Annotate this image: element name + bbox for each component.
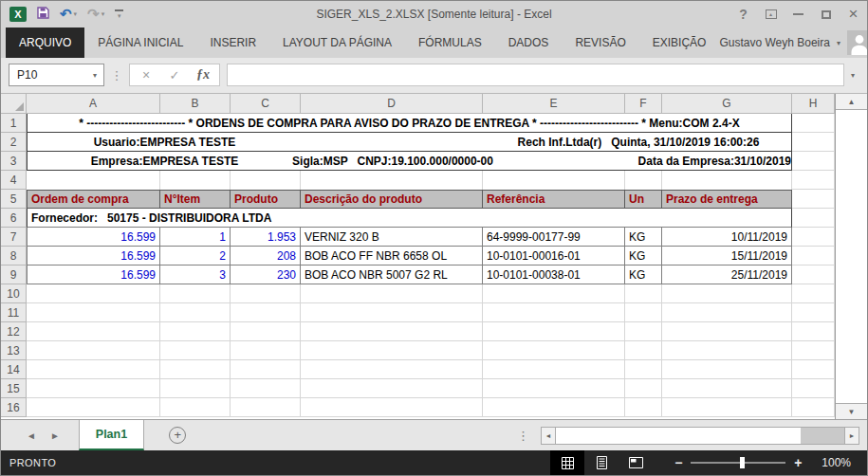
cell-A8[interactable]: 16.599 (27, 247, 160, 265)
cell-H2[interactable] (792, 133, 835, 152)
cell-E4[interactable] (483, 171, 625, 190)
row-header-5[interactable]: 5 (1, 190, 27, 209)
row-header-3[interactable]: 3 (1, 152, 27, 171)
tab-inserir[interactable]: INSERIR (196, 27, 269, 58)
cell-D13[interactable] (301, 341, 483, 360)
scroll-down-icon[interactable]: ▼ (836, 404, 867, 419)
cell-E8[interactable]: 10-0101-00016-01 (483, 247, 625, 265)
row-header-8[interactable]: 8 (1, 247, 27, 265)
user-account-area[interactable]: Gustavo Weyh Boeira ▾ (719, 27, 868, 58)
column-header-C[interactable]: C (231, 94, 301, 114)
cell-A10[interactable] (27, 284, 160, 303)
cell-C10[interactable] (231, 284, 301, 303)
horizontal-scrollbar-thumb[interactable] (556, 427, 801, 445)
cell-E10[interactable] (483, 284, 625, 303)
zoom-in-button[interactable]: + (785, 455, 810, 470)
cell-H10[interactable] (792, 284, 835, 303)
cell-H3[interactable] (792, 152, 835, 171)
row-header-10[interactable]: 10 (1, 284, 27, 303)
cell-F4[interactable] (625, 171, 662, 190)
cell-D15[interactable] (301, 379, 483, 398)
row-header-16[interactable]: 16 (1, 398, 27, 417)
cell-D16[interactable] (301, 398, 483, 417)
cell-C9[interactable]: 230 (231, 265, 301, 284)
cell-D7[interactable]: VERNIZ 320 B (301, 228, 483, 247)
formula-input[interactable] (227, 64, 844, 86)
cell-C11[interactable] (231, 303, 301, 322)
cell-header-G5[interactable]: Prazo de entrega (662, 190, 792, 209)
scroll-left-icon[interactable]: ◄ (541, 427, 556, 445)
vertical-scrollbar[interactable]: ▲ ▼ (835, 94, 867, 419)
cell-H14[interactable] (792, 360, 835, 379)
cell-E9[interactable]: 10-0101-00038-01 (483, 265, 625, 284)
new-sheet-button[interactable]: + (169, 427, 186, 444)
name-box-dropdown-icon[interactable]: ▾ (86, 64, 103, 85)
column-header-E[interactable]: E (483, 94, 625, 114)
cell-A13[interactable] (27, 341, 160, 360)
cell-H4[interactable] (792, 171, 835, 190)
cell-F10[interactable] (625, 284, 662, 303)
next-sheet-icon[interactable]: ► (50, 430, 60, 441)
cell-C4[interactable] (231, 171, 301, 190)
horizontal-scrollbar[interactable]: ◄ ► (541, 427, 859, 445)
cell-B14[interactable] (160, 360, 231, 379)
cell-H5[interactable] (792, 190, 835, 209)
cell-B16[interactable] (160, 398, 231, 417)
row-header-1[interactable]: 1 (1, 114, 27, 133)
cell-B8[interactable]: 2 (160, 247, 231, 265)
column-header-G[interactable]: G (662, 94, 792, 114)
cell-A7[interactable]: 16.599 (27, 228, 160, 247)
sheet-tab-plan1[interactable]: Plan1 (79, 420, 144, 450)
tab-formulas[interactable]: FÓRMULAS (405, 27, 495, 58)
cell-supplier[interactable]: Fornecedor: 50175 - DISTRIBUIDORA LTDA (27, 209, 792, 228)
cell-F16[interactable] (625, 398, 662, 417)
cell-B9[interactable]: 3 (160, 265, 231, 284)
cell-E12[interactable] (483, 322, 625, 341)
cell-A11[interactable] (27, 303, 160, 322)
horizontal-scrollbar-track[interactable] (801, 427, 844, 445)
cell-E7[interactable]: 64-9999-00177-99 (483, 228, 625, 247)
cell-header-C5[interactable]: Produto (231, 190, 301, 209)
cell-C12[interactable] (231, 322, 301, 341)
undo-dropdown-icon[interactable]: ▾ (74, 10, 78, 18)
cell-H13[interactable] (792, 341, 835, 360)
cell-D14[interactable] (301, 360, 483, 379)
close-button[interactable]: × (840, 2, 867, 27)
save-button[interactable] (37, 6, 49, 23)
cell-B13[interactable] (160, 341, 231, 360)
cell-header-A5[interactable]: Ordem de compra (27, 190, 160, 209)
cell-G11[interactable] (662, 303, 792, 322)
cell-E16[interactable] (483, 398, 625, 417)
cell-G15[interactable] (662, 379, 792, 398)
cell-header-D5[interactable]: Descrição do produto (301, 190, 483, 209)
cell-F11[interactable] (625, 303, 662, 322)
select-all-corner[interactable] (1, 94, 27, 114)
cell-C16[interactable] (231, 398, 301, 417)
row-header-14[interactable]: 14 (1, 360, 27, 379)
cell-D12[interactable] (301, 322, 483, 341)
row-header-15[interactable]: 15 (1, 379, 27, 398)
minimize-button[interactable] (785, 2, 812, 27)
column-header-H[interactable]: H (792, 94, 835, 114)
cell-A12[interactable] (27, 322, 160, 341)
scroll-right-icon[interactable]: ► (844, 427, 859, 445)
cell-D11[interactable] (301, 303, 483, 322)
cell-A9[interactable]: 16.599 (27, 265, 160, 284)
cell-B10[interactable] (160, 284, 231, 303)
customize-quick-access-button[interactable]: ▾ (115, 9, 123, 20)
cell-B12[interactable] (160, 322, 231, 341)
name-box[interactable]: P10 ▾ (9, 64, 104, 86)
cell-C7[interactable]: 1.953 (231, 228, 301, 247)
column-header-B[interactable]: B (160, 94, 231, 114)
insert-function-button[interactable]: ƒx (189, 67, 217, 82)
cell-H16[interactable] (792, 398, 835, 417)
restore-button[interactable] (812, 2, 840, 27)
column-header-F[interactable]: F (625, 94, 662, 114)
row-header-4[interactable]: 4 (1, 171, 27, 190)
cell-header-E5[interactable]: Referência (483, 190, 625, 209)
column-header-A[interactable]: A (27, 94, 160, 114)
cell-C13[interactable] (231, 341, 301, 360)
cell-B4[interactable] (160, 171, 231, 190)
row-header-9[interactable]: 9 (1, 265, 27, 284)
row-header-6[interactable]: 6 (1, 209, 27, 228)
